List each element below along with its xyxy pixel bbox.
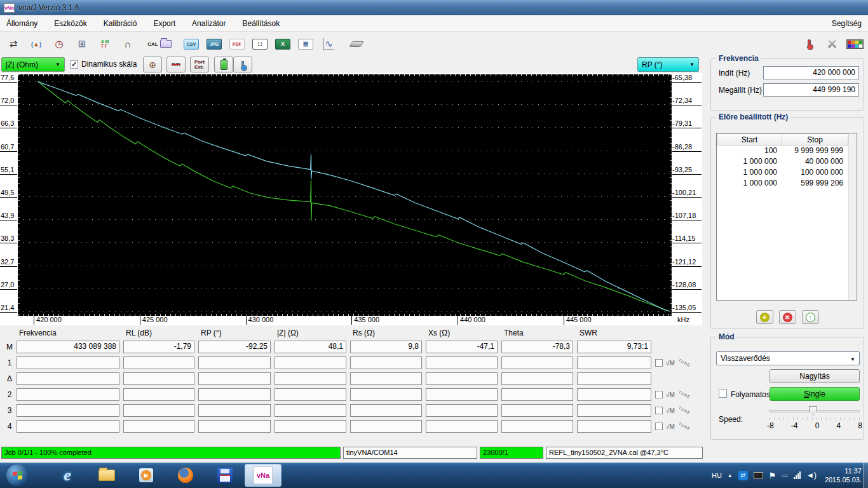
volume-icon[interactable]: ◄) <box>806 471 817 480</box>
battery-button[interactable] <box>214 57 233 72</box>
speed-slider[interactable] <box>770 406 860 416</box>
marker-value-field[interactable] <box>577 404 651 417</box>
marker-value-field[interactable] <box>426 404 498 417</box>
marker-chart-icon[interactable]: A M T Γ <box>97 36 113 51</box>
menu-eszkozok[interactable]: Eszközök <box>54 19 86 28</box>
marker-value-field[interactable] <box>275 404 346 417</box>
marker-value-field[interactable] <box>198 372 271 385</box>
display-tray-icon[interactable] <box>754 472 763 479</box>
temperature-icon[interactable] <box>801 36 817 51</box>
marker-value-field[interactable]: 48,1 <box>275 341 346 353</box>
checkbox-checked-icon[interactable]: ✓ <box>70 60 78 69</box>
eraser-icon[interactable] <box>348 36 365 51</box>
export-xls-icon[interactable]: X <box>275 36 291 51</box>
marker-maximum-icon[interactable]: √M <box>666 407 675 414</box>
settings-tools-icon[interactable] <box>824 36 840 51</box>
table-icon[interactable]: ⊞ <box>74 36 90 51</box>
marker-checkbox[interactable] <box>655 391 663 398</box>
temperature-button[interactable] <box>233 57 252 72</box>
preset-row[interactable]: 1 000 000599 999 206 <box>717 178 857 189</box>
teamviewer-tray-icon[interactable]: ⇄ <box>738 471 748 480</box>
marker-value-field[interactable] <box>123 420 194 433</box>
marker-value-field[interactable] <box>123 356 194 369</box>
marker-value-field[interactable] <box>350 404 422 417</box>
port-extension-button[interactable]: PortExt. <box>190 57 209 72</box>
marker-value-field[interactable] <box>501 388 573 401</box>
preset-delete-button[interactable]: ✕ <box>779 310 796 324</box>
export-jpg-icon[interactable]: JPG <box>206 36 222 51</box>
presets-col-stop[interactable]: Stop <box>782 133 848 146</box>
language-indicator[interactable]: HU <box>712 471 722 479</box>
presets-col-start[interactable]: Start <box>717 133 782 146</box>
marker-value-field[interactable] <box>275 388 346 401</box>
window-titlebar[interactable]: vNa vna/J Verzió 3.1.6 <box>0 0 868 15</box>
marker-checkbox[interactable] <box>655 359 663 367</box>
marker-value-field[interactable] <box>426 388 498 401</box>
reflection-ratio-button[interactable]: R/R <box>166 57 186 72</box>
marker-tune-icon[interactable]: TUNE <box>678 390 691 400</box>
slider-thumb[interactable] <box>809 406 817 416</box>
continuous-checkbox[interactable] <box>719 390 727 398</box>
marker-value-field[interactable] <box>426 420 498 433</box>
marker-maximum-icon[interactable]: √M <box>666 360 675 367</box>
export-pdf-icon[interactable]: PDF <box>229 36 245 51</box>
marker-value-field[interactable]: -47,1 <box>426 341 498 353</box>
export-points-icon[interactable]: ∷ <box>252 36 268 51</box>
marker-value-field[interactable] <box>198 356 271 369</box>
cal-load-icon[interactable]: CAL <box>142 36 177 51</box>
taskbar-floppy-icon[interactable] <box>215 465 235 485</box>
network-signal-icon[interactable] <box>794 471 801 479</box>
marker-value-field[interactable] <box>17 420 119 433</box>
marker-value-field[interactable] <box>17 388 119 401</box>
left-scale-select[interactable]: |Z| (Ohm)▼ <box>1 57 65 72</box>
marker-tune-icon[interactable]: TUNE <box>678 406 691 416</box>
taskbar-vnaj-active-app[interactable]: vNa <box>245 464 281 487</box>
clamp-icon[interactable]: ∩ <box>119 36 136 51</box>
presets-scrollbar[interactable] <box>848 133 857 300</box>
marker-value-field[interactable]: -1,79 <box>123 341 194 353</box>
marker-value-field[interactable] <box>577 356 651 369</box>
single-sweep-button[interactable]: Single <box>770 387 860 401</box>
plot-area[interactable] <box>18 74 672 316</box>
stop-frequency-input[interactable]: 449 999 190 <box>763 83 859 97</box>
marker-value-field[interactable]: 9,8 <box>350 341 422 353</box>
taskbar-firefox-icon[interactable] <box>175 465 196 485</box>
menu-kalibracio[interactable]: Kalibráció <box>104 19 137 28</box>
dynamic-scale-checkbox[interactable]: ✓ Dinamikus skála <box>70 60 137 69</box>
marker-value-field[interactable] <box>198 404 271 417</box>
action-center-flag-icon[interactable]: ⚑ <box>769 471 776 480</box>
marker-value-field[interactable] <box>501 404 573 417</box>
preset-load-button[interactable]: ↑ <box>802 310 819 324</box>
hidden-icons-button[interactable]: ▲ <box>728 473 733 478</box>
menu-beallitasok[interactable]: Beállítások <box>242 19 280 28</box>
frequency-sweep-icon[interactable]: ⇄ <box>5 36 22 51</box>
marker-maximum-icon[interactable]: √M <box>666 391 675 398</box>
marker-value-field[interactable] <box>501 420 573 433</box>
color-settings-icon[interactable] <box>846 36 863 51</box>
marker-value-field[interactable] <box>17 356 119 369</box>
marker-value-field[interactable] <box>501 356 573 369</box>
marker-value-field[interactable] <box>275 356 346 369</box>
marker-value-field[interactable] <box>198 388 271 401</box>
marker-value-field[interactable] <box>350 420 422 433</box>
marker-value-field[interactable] <box>17 404 119 417</box>
marker-value-field[interactable] <box>123 404 194 417</box>
marker-value-field[interactable] <box>275 420 346 433</box>
export-csv-icon[interactable]: CSV <box>183 36 200 51</box>
marker-value-field[interactable] <box>123 372 194 385</box>
presets-table[interactable]: Start Stop 1009 999 999 9991 000 00040 0… <box>716 133 857 301</box>
menu-allomany[interactable]: Állomány <box>6 19 37 28</box>
marker-value-field[interactable] <box>577 372 651 385</box>
taskbar-ie-icon[interactable]: e <box>57 465 78 485</box>
menu-segitseg[interactable]: Segítség <box>832 19 862 28</box>
antenna-icon[interactable]: (▲) <box>28 36 44 51</box>
marker-checkbox[interactable] <box>655 407 663 414</box>
marker-value-field[interactable] <box>198 420 271 433</box>
marker-value-field[interactable] <box>17 372 119 385</box>
marker-value-field[interactable] <box>275 372 346 385</box>
preset-add-button[interactable]: + <box>756 310 773 324</box>
marker-value-field[interactable] <box>350 372 422 385</box>
marker-value-field[interactable] <box>426 372 498 385</box>
marker-tune-icon[interactable]: TUNE <box>678 358 691 368</box>
marker-value-field[interactable] <box>577 420 651 433</box>
